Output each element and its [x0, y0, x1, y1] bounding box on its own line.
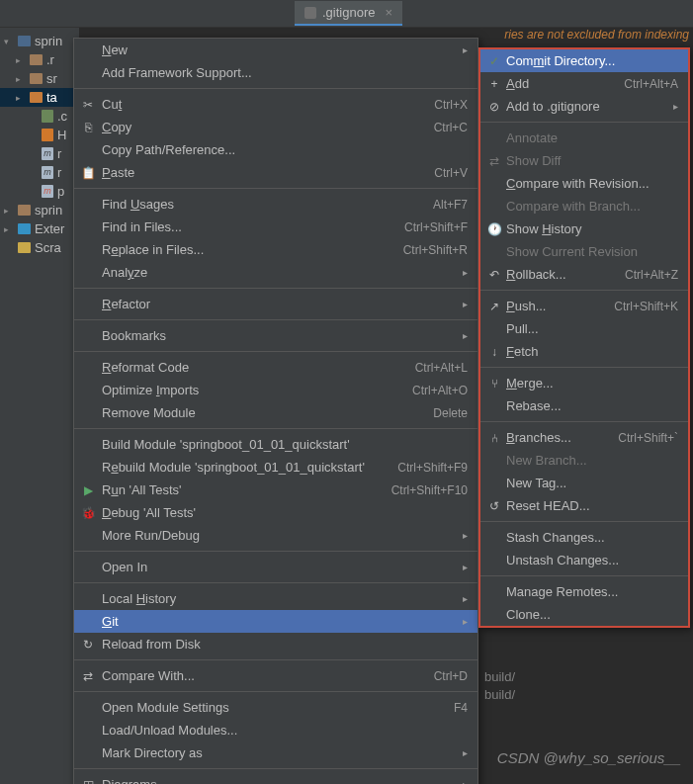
- tree-item[interactable]: mp: [0, 182, 79, 201]
- menu-shortcut: Ctrl+V: [434, 166, 468, 180]
- menu-item[interactable]: ⎘CopyCtrl+C: [74, 116, 477, 138]
- tree-icon: [42, 129, 53, 141]
- menu-item[interactable]: Add Framework Support...: [74, 61, 477, 84]
- tree-label: ta: [46, 90, 57, 105]
- tree-label: sr: [46, 71, 57, 86]
- menu-label: Compare With...: [102, 668, 414, 683]
- menu-icon: 📋: [80, 166, 96, 180]
- menu-item[interactable]: New Tag...: [480, 472, 688, 494]
- menu-item[interactable]: Load/Unload Modules...: [74, 719, 477, 741]
- menu-item[interactable]: New▸: [74, 39, 477, 61]
- tree-item[interactable]: ▸ta: [0, 88, 79, 107]
- menu-label: Open Module Settings: [102, 700, 434, 715]
- tab-label: .gitignore: [322, 5, 375, 20]
- tree-label: .c: [57, 109, 67, 124]
- menu-item[interactable]: Local History▸: [74, 587, 477, 610]
- menu-item[interactable]: ↗Push...Ctrl+Shift+K: [480, 295, 688, 317]
- tab-gitignore[interactable]: .gitignore ×: [295, 1, 402, 26]
- tree-item[interactable]: .c: [0, 107, 79, 126]
- menu-item[interactable]: Compare with Revision...: [480, 172, 688, 195]
- menu-shortcut: Ctrl+Shift+`: [618, 431, 678, 445]
- menu-item[interactable]: ↶Rollback...Ctrl+Alt+Z: [480, 263, 688, 286]
- tree-item[interactable]: ▸sprin: [0, 201, 79, 219]
- menu-item[interactable]: ◫Diagrams▸: [74, 773, 477, 784]
- menu-item[interactable]: Open Module SettingsF4: [74, 696, 477, 719]
- menu-item[interactable]: ↺Reset HEAD...: [480, 494, 688, 517]
- menu-item[interactable]: Build Module 'springboot_01_01_quickstar…: [74, 433, 477, 456]
- tree-label: Exter: [35, 221, 64, 236]
- menu-item[interactable]: Rebuild Module 'springboot_01_01_quickst…: [74, 456, 477, 479]
- tree-label: Scra: [35, 240, 61, 255]
- menu-label: Annotate: [506, 131, 678, 145]
- menu-label: Branches...: [506, 430, 598, 445]
- menu-item[interactable]: Find UsagesAlt+F7: [74, 193, 477, 216]
- tree-item[interactable]: ▸sr: [0, 69, 79, 88]
- menu-item[interactable]: Open In▸: [74, 556, 477, 578]
- menu-item[interactable]: 🕐Show History: [480, 218, 688, 240]
- submenu-arrow-icon: ▸: [463, 779, 468, 784]
- submenu-arrow-icon: ▸: [463, 330, 468, 341]
- menu-label: New: [102, 43, 455, 57]
- tree-item[interactable]: mr: [0, 144, 79, 163]
- menu-label: Git: [102, 614, 455, 629]
- menu-item[interactable]: Rebase...: [480, 394, 688, 417]
- menu-item[interactable]: Find in Files...Ctrl+Shift+F: [74, 216, 477, 238]
- menu-item[interactable]: Replace in Files...Ctrl+Shift+R: [74, 238, 477, 261]
- menu-label: Paste: [102, 165, 414, 180]
- menu-item[interactable]: Mark Directory as▸: [74, 741, 477, 764]
- submenu-arrow-icon: ▸: [463, 593, 468, 604]
- menu-item[interactable]: Remove ModuleDelete: [74, 401, 477, 424]
- menu-item[interactable]: ✓Commit Directory...: [480, 49, 688, 72]
- tree-item[interactable]: H: [0, 126, 79, 144]
- menu-item[interactable]: Pull...: [480, 317, 688, 340]
- tree-icon: [42, 110, 53, 123]
- menu-item[interactable]: +AddCtrl+Alt+A: [480, 72, 688, 95]
- menu-item[interactable]: ✂CutCtrl+X: [74, 93, 477, 116]
- menu-item[interactable]: 📋PasteCtrl+V: [74, 161, 477, 184]
- tree-label: p: [57, 184, 64, 199]
- tree-item[interactable]: Scra: [0, 238, 79, 257]
- menu-item[interactable]: Manage Remotes...: [480, 580, 688, 603]
- menu-item[interactable]: ⇄Compare With...Ctrl+D: [74, 664, 477, 687]
- editor-tabs: .gitignore ×: [0, 0, 693, 28]
- menu-item[interactable]: ▶Run 'All Tests'Ctrl+Shift+F10: [74, 479, 477, 501]
- menu-item[interactable]: Refactor▸: [74, 293, 477, 315]
- submenu-arrow-icon: ▸: [463, 616, 468, 627]
- tree-icon: m: [42, 147, 53, 160]
- menu-shortcut: Alt+F7: [433, 198, 468, 212]
- menu-item[interactable]: ↻Reload from Disk: [74, 633, 477, 655]
- menu-item[interactable]: ⑃Branches...Ctrl+Shift+`: [480, 426, 688, 449]
- menu-icon: ▶: [80, 483, 96, 497]
- menu-item[interactable]: Git▸: [74, 610, 477, 633]
- menu-item[interactable]: 🐞Debug 'All Tests': [74, 501, 477, 524]
- menu-shortcut: Ctrl+Shift+F9: [397, 461, 468, 475]
- tree-label: sprin: [35, 203, 62, 218]
- tree-item[interactable]: mr: [0, 163, 79, 182]
- menu-label: Rollback...: [506, 267, 605, 282]
- submenu-arrow-icon: ▸: [463, 562, 468, 572]
- menu-item[interactable]: Reformat CodeCtrl+Alt+L: [74, 356, 477, 379]
- menu-item[interactable]: ↓Fetch: [480, 340, 688, 363]
- menu-item[interactable]: Clone...: [480, 603, 688, 626]
- menu-label: Debug 'All Tests': [102, 505, 468, 520]
- menu-item[interactable]: Unstash Changes...: [480, 549, 688, 571]
- menu-item[interactable]: Bookmarks▸: [74, 324, 477, 347]
- menu-shortcut: Ctrl+Alt+L: [415, 361, 468, 375]
- tree-item[interactable]: ▸Exter: [0, 219, 79, 238]
- menu-item[interactable]: More Run/Debug▸: [74, 524, 477, 547]
- close-icon[interactable]: ×: [385, 5, 392, 20]
- menu-item[interactable]: Copy Path/Reference...: [74, 138, 477, 161]
- menu-label: Show Current Revision: [506, 244, 678, 259]
- tree-item[interactable]: ▸.r: [0, 50, 79, 69]
- submenu-arrow-icon: ▸: [463, 530, 468, 541]
- menu-icon: 🐞: [80, 506, 96, 520]
- menu-item[interactable]: ⑂Merge...: [480, 372, 688, 394]
- menu-item[interactable]: Stash Changes...: [480, 526, 688, 549]
- tree-item[interactable]: ▾sprin: [0, 32, 79, 50]
- context-menu-main: New▸Add Framework Support...✂CutCtrl+X⎘C…: [73, 38, 478, 784]
- menu-label: More Run/Debug: [102, 528, 455, 543]
- menu-item[interactable]: Optimize ImportsCtrl+Alt+O: [74, 379, 477, 401]
- menu-item[interactable]: Analyze▸: [74, 261, 477, 284]
- menu-item[interactable]: ⊘Add to .gitignore▸: [480, 95, 688, 118]
- menu-label: Find Usages: [102, 197, 413, 212]
